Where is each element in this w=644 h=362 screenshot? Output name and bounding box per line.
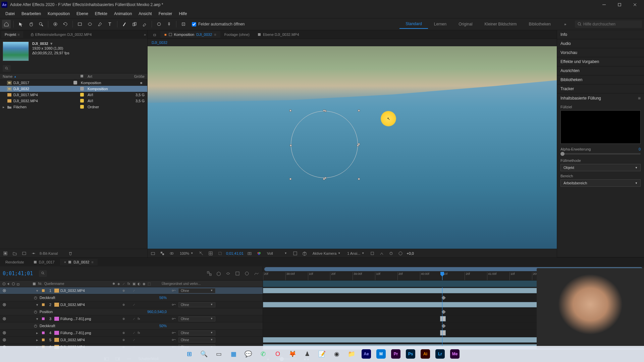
layer-row[interactable]: ▸5DJI_0032.MP4⊕⟋Ohne▼ [0,337,263,344]
panel-audio[interactable]: Audio [557,39,644,48]
hide-shy-button[interactable] [224,270,232,277]
twirl-icon[interactable]: ▾ [36,317,40,321]
property-value[interactable]: 56% [159,296,167,300]
timeline-timecode[interactable]: 0;01;41;01 [3,270,33,277]
fast-draft-button[interactable] [378,250,385,257]
taskbar-whatsapp[interactable]: ✆ [256,347,270,361]
property-row[interactable]: Deckkraft50% [0,322,263,329]
project-settings-button[interactable] [30,250,37,257]
always-preview-button[interactable] [150,250,156,257]
menu-fenster[interactable]: Fenster [155,10,176,17]
clone-tool[interactable] [130,20,139,28]
menu-datei[interactable]: Datei [2,10,18,17]
snap-tool[interactable] [179,20,188,28]
fast-preview-button[interactable] [292,250,299,257]
close-button[interactable] [627,0,643,9]
brush-tool[interactable] [120,20,129,28]
pickwhip-icon[interactable] [172,338,176,342]
hand-tool[interactable] [26,20,35,28]
taskbar-notes[interactable]: 📝 [315,347,329,361]
tab-footage[interactable]: Footage (ohne) [220,31,254,38]
menu-ebene[interactable]: Ebene [73,10,92,17]
project-item[interactable]: DJI_0032Komposition [0,86,147,92]
solo-col-icon[interactable] [11,282,15,286]
tab-layer[interactable]: Ebene DJI_0032.MP4 [254,31,303,38]
twirl-icon[interactable]: ▸ [36,338,40,342]
transparency-grid-button[interactable] [159,250,166,257]
item-tag[interactable] [80,87,84,90]
visibility-toggle[interactable] [2,338,7,342]
panel-content-aware-fill[interactable]: Inhaltsbasierte Füllung ≡ [557,94,644,103]
property-row[interactable]: Position960,0,540,0 [0,308,263,315]
home-tool[interactable] [2,20,11,28]
project-item[interactable]: DJI_0017Komposition■ [0,80,147,86]
taskbar-firefox[interactable]: 🦊 [286,347,299,361]
project-search[interactable] [3,65,11,72]
stopwatch-icon[interactable] [34,296,38,300]
label-col-icon[interactable] [32,282,36,286]
audio-col-icon[interactable] [7,282,11,286]
mask-shape[interactable] [291,111,358,178]
panel-tracker[interactable]: Tracker [557,84,644,93]
taskbar-illustrator[interactable]: Ai [419,347,432,361]
zoom-combo[interactable]: 100% ▼ [178,251,195,256]
snapshot-button[interactable] [246,250,253,257]
menu-effekte[interactable]: Effekte [92,10,111,17]
camera-combo[interactable]: Aktive Kamera ▼ [311,251,342,256]
resolution-combo[interactable]: Voll ▼ [265,251,289,256]
eraser-tool[interactable] [140,20,149,28]
tag-icon[interactable] [80,74,84,78]
workspace-lernen[interactable]: Lernen [428,20,452,28]
rotate-tool[interactable] [61,20,70,28]
frame-blend-button[interactable] [234,270,241,277]
comp-tab-lock[interactable] [149,32,160,38]
item-tag[interactable] [80,105,84,109]
tab-project[interactable]: Projekt ≡ [1,31,23,38]
render-button[interactable] [397,250,404,257]
panel-align[interactable]: Ausrichten [557,66,644,75]
visibility-toggle[interactable] [2,330,7,335]
tab-render-queue[interactable]: Renderliste [1,259,28,265]
timeline-button[interactable] [388,250,394,257]
exposure-value[interactable]: +0,0 [407,251,414,255]
taskbar-chat[interactable]: 💬 [241,347,255,361]
panel-info[interactable]: Info [557,30,644,39]
workspace-bibliotheken[interactable]: Bibliotheken [523,20,557,28]
taskbar-after-effects[interactable]: Ae [360,347,373,361]
twirl-icon[interactable]: ▾ [36,289,40,293]
ruler-button[interactable] [198,250,205,257]
taskbar-explorer[interactable]: 📁 [345,347,358,361]
rect-tool[interactable] [75,20,84,28]
menu-animation[interactable]: Animation [111,10,135,17]
layer-clip[interactable] [440,330,446,336]
motion-blur-button[interactable] [243,270,251,277]
stopwatch-icon[interactable] [34,310,38,314]
panel-libraries[interactable]: Bibliotheken [557,75,644,84]
menu-ansicht[interactable]: Ansicht [135,10,155,17]
project-item[interactable]: DJI_0017.MP4AVI3,5 G [0,92,147,98]
pen-tool[interactable] [96,20,104,28]
item-tag[interactable] [80,99,84,103]
pickwhip-icon[interactable] [172,331,176,335]
workspace-standard[interactable]: Standard [399,19,428,29]
taskbar-lightroom[interactable]: Lr [433,347,447,361]
graph-editor-button[interactable] [253,270,260,277]
range-select[interactable]: Arbeitsbereich▼ [560,179,641,187]
minimize-button[interactable] [596,0,612,9]
layer-row[interactable]: ▾3Füllung...7-81].png⊕⟋fxOhne▼ [0,315,263,322]
parent-select[interactable]: Ohne▼ [178,316,215,321]
taskbar-opera[interactable]: O [271,347,284,361]
parent-select[interactable]: Ohne▼ [178,288,215,293]
auto-open-checkbox[interactable]: Felder automatisch öffnen [192,22,245,26]
pickwhip-icon[interactable] [172,317,176,320]
panel-preview[interactable]: Vorschau [557,48,644,57]
taskbar-start[interactable]: ⊞ [182,347,196,361]
alpha-expansion-value[interactable]: 0 [639,147,641,151]
roi-button[interactable] [217,250,223,257]
interpret-footage-button[interactable] [2,250,9,257]
visibility-col-icon[interactable] [2,282,6,286]
pickwhip-icon[interactable] [172,303,176,306]
panel-effects[interactable]: Effekte und Vorgaben [557,57,644,66]
tab-composition[interactable]: ■ Komposition DJI_0032 ≡ [160,31,220,38]
item-tag[interactable] [73,81,77,84]
